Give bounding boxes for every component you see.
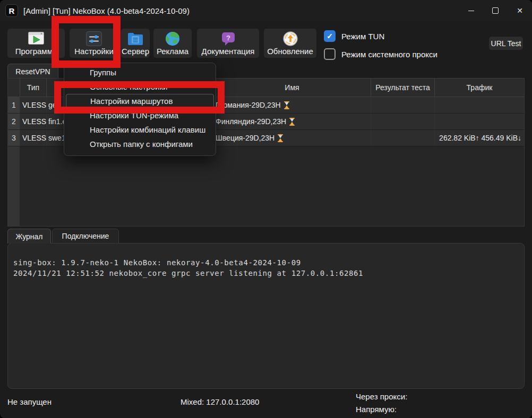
docs-label: Документация [202, 47, 255, 56]
minimize-icon [468, 11, 474, 11]
cell-traffic [434, 97, 524, 113]
program-label: Программа [15, 47, 57, 56]
ads-button[interactable]: Реклама [153, 29, 192, 58]
annotation-box-route-settings-item [54, 81, 225, 114]
cell-name: Швеция-29D,23H [213, 130, 371, 146]
status-via-proxy: Через прокси: [356, 392, 407, 401]
cell-name: Германия-29D,23H [213, 97, 371, 113]
status-not-running: Не запущен [7, 397, 52, 406]
group-tab-resetvpn[interactable]: ResetVPN [7, 64, 58, 79]
row-number: 1 [8, 97, 20, 113]
program-icon [28, 31, 44, 46]
tun-mode-checkbox[interactable]: ✓ [324, 30, 336, 42]
question-bubble-icon: ? [221, 31, 235, 46]
header-traffic[interactable]: Трафик [434, 79, 524, 97]
server-name: Финляндия-29D,23H [216, 117, 286, 126]
update-button[interactable]: Обновление [264, 29, 316, 58]
tab-log[interactable]: Журнал [7, 229, 51, 243]
cell-type: VLESS [20, 130, 46, 146]
menu-item[interactable]: Настройки комбинаций клавиш [64, 123, 216, 137]
server-name: Германия-29D,23H [216, 101, 281, 109]
header-test-result[interactable]: Результат теста [371, 79, 434, 97]
system-proxy-label: Режим системного прокси [341, 50, 437, 59]
nekobox-window: R [Admin] [Tun] NekoBox (4.0-beta4-2024-… [0, 0, 532, 418]
tab-connection[interactable]: Подключение [52, 229, 119, 243]
cell-type: VLESS [20, 114, 46, 129]
cell-test-result [371, 130, 434, 146]
server-icon [127, 31, 143, 46]
header-name[interactable]: Имя [213, 79, 371, 97]
svg-text:?: ? [226, 34, 230, 42]
header-type[interactable]: Тип [20, 79, 46, 97]
menu-item[interactable]: Открыть папку с конфигами [64, 137, 216, 151]
row-number: 2 [8, 114, 20, 129]
status-mixed-port: Mixed: 127.0.0.1:2080 [181, 397, 259, 406]
app-logo-icon: R [5, 4, 18, 17]
log-line: 2024/11/21 12:51:52 nekobox_core grpc se… [13, 268, 520, 278]
annotation-box-settings-button [52, 16, 121, 68]
row-number: 3 [8, 130, 20, 146]
close-button[interactable]: ✕ [508, 0, 532, 21]
cell-type: VLESS [20, 97, 46, 113]
hourglass-icon [277, 134, 284, 142]
cell-name: Финляндия-29D,23H [213, 114, 371, 129]
cell-traffic: 262.82 KiB↑ 456.49 KiB↓ [434, 130, 524, 146]
docs-button[interactable]: ? Документация [197, 29, 259, 58]
url-test-button[interactable]: URL Test [489, 37, 523, 50]
server-button[interactable]: Сервер ▾ [121, 29, 150, 58]
cell-test-result [371, 114, 434, 129]
chevron-down-icon: ▾ [144, 53, 147, 58]
update-label: Обновление [267, 47, 313, 56]
log-line: sing-box: 1.9.7-neko-1 NekoBox: nekoray-… [13, 257, 520, 268]
hourglass-icon [289, 118, 295, 126]
cell-traffic [434, 114, 524, 129]
minimize-button[interactable] [459, 0, 483, 21]
system-proxy-checkbox-row[interactable]: Режим системного прокси [324, 48, 437, 60]
status-direct: Напрямую: [356, 405, 397, 414]
header-num [8, 79, 20, 97]
check-icon: ✓ [327, 32, 333, 40]
ads-label: Реклама [157, 47, 188, 56]
tun-mode-checkbox-row[interactable]: ✓ Режим TUN [324, 30, 384, 42]
update-icon [283, 31, 298, 46]
maximize-button[interactable] [483, 0, 508, 21]
cell-test-result [371, 97, 434, 113]
system-proxy-checkbox[interactable] [324, 48, 336, 60]
log-panel[interactable]: sing-box: 1.9.7-neko-1 NekoBox: nekoray-… [7, 243, 525, 389]
close-icon: ✕ [517, 7, 523, 14]
tun-mode-label: Режим TUN [341, 32, 384, 41]
hourglass-icon [284, 101, 290, 109]
maximize-icon [492, 7, 499, 14]
server-name: Швеция-29D,23H [216, 134, 274, 142]
globe-icon [165, 31, 180, 46]
